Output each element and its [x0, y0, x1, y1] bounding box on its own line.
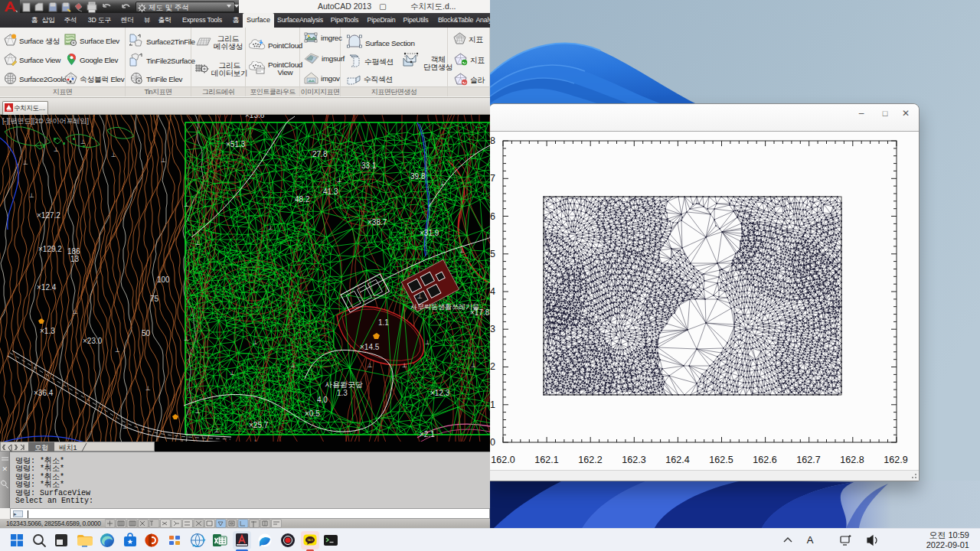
svg-text:162.6: 162.6: [753, 455, 776, 465]
svg-text:⊥: ⊥: [122, 423, 128, 430]
svg-text:41.3: 41.3: [323, 187, 338, 196]
svg-text:⊥: ⊥: [440, 180, 446, 187]
svg-text:⊥: ⊥: [417, 293, 423, 300]
svg-text:162.0: 162.0: [491, 455, 514, 465]
svg-text:×23.0: ×23.0: [83, 337, 103, 345]
svg-text:⊥: ⊥: [73, 308, 78, 315]
svg-text:33.1: 33.1: [361, 161, 377, 170]
svg-text:⊥: ⊥: [161, 157, 166, 164]
svg-text:×2.1: ×2.1: [420, 430, 435, 439]
svg-text:⊥: ⊥: [111, 152, 116, 158]
svg-text:×1.3: ×1.3: [40, 327, 55, 335]
svg-text:⊥: ⊥: [214, 427, 220, 434]
svg-text:⊥: ⊥: [459, 247, 465, 254]
svg-text:⊥: ⊥: [80, 139, 86, 145]
svg-text:100: 100: [157, 276, 170, 284]
svg-text:4: 4: [490, 286, 495, 297]
svg-text:×129.2: ×129.2: [38, 245, 62, 253]
svg-text:13: 13: [70, 255, 80, 263]
svg-text:162.2: 162.2: [578, 455, 602, 465]
svg-text:[-][평면도][2D 와이어프레임]: [-][평면도][2D 와이어프레임]: [2, 117, 89, 125]
svg-text:50: 50: [142, 329, 151, 337]
svg-text:×51.3: ×51.3: [226, 140, 246, 148]
svg-text:1: 1: [490, 399, 495, 410]
svg-text:A: A: [807, 534, 814, 546]
svg-text:사부락동생활쓰레기물: 사부락동생활쓰레기물: [410, 303, 479, 311]
svg-text:⊥: ⊥: [253, 339, 258, 346]
svg-text:⊥: ⊥: [115, 347, 120, 354]
svg-text:×38.7: ×38.7: [368, 218, 387, 227]
svg-text:×36.4: ×36.4: [34, 389, 54, 397]
svg-text:⊥: ⊥: [268, 224, 273, 231]
svg-text:27.8: 27.8: [312, 150, 328, 158]
svg-text:2: 2: [490, 361, 495, 372]
svg-text:162.5: 162.5: [709, 455, 733, 465]
svg-text:162.3: 162.3: [622, 455, 645, 465]
svg-text:⊥: ⊥: [54, 146, 59, 153]
svg-text:×25.7: ×25.7: [249, 421, 269, 429]
svg-text:⊥: ⊥: [23, 159, 28, 166]
svg-text:⊥: ⊥: [195, 240, 201, 246]
svg-text:⊥: ⊥: [29, 192, 34, 199]
svg-text:⊥: ⊥: [230, 370, 235, 377]
svg-text:×0.5: ×0.5: [305, 409, 320, 418]
svg-text:배치1: 배치1: [59, 444, 77, 452]
svg-text:×13.6: ×13.6: [245, 115, 265, 119]
svg-text:162.4: 162.4: [665, 455, 689, 465]
svg-text:7: 7: [490, 173, 495, 184]
svg-text:1.3: 1.3: [337, 389, 348, 397]
svg-text:✕: ✕: [2, 465, 8, 473]
svg-text:모형: 모형: [34, 444, 48, 452]
svg-text:39.8: 39.8: [410, 172, 426, 181]
svg-text:⊥: ⊥: [184, 201, 189, 208]
svg-text:⊥: ⊥: [195, 408, 201, 415]
svg-text:⊥: ⊥: [402, 362, 407, 369]
svg-text:⊥: ⊥: [425, 339, 430, 346]
svg-text:⊥: ⊥: [184, 335, 189, 342]
svg-text:×12.3: ×12.3: [430, 389, 450, 397]
svg-text:162.7: 162.7: [796, 455, 820, 465]
svg-text:162.8: 162.8: [840, 455, 864, 465]
svg-text:162.1: 162.1: [534, 455, 558, 465]
svg-text:6: 6: [490, 211, 495, 222]
svg-text:8: 8: [490, 135, 495, 146]
svg-text:×12.4: ×12.4: [37, 283, 57, 292]
svg-text:1.1: 1.1: [378, 318, 389, 327]
svg-text:×14.5: ×14.5: [360, 343, 380, 351]
svg-text:4.0: 4.0: [317, 396, 328, 404]
svg-text:⊥: ⊥: [337, 177, 342, 184]
svg-text:×127.2: ×127.2: [37, 211, 60, 220]
svg-text:⊥: ⊥: [291, 362, 296, 369]
svg-text:162.9: 162.9: [884, 455, 907, 465]
svg-text:5: 5: [490, 249, 495, 259]
svg-text:48.2: 48.2: [295, 195, 310, 204]
svg-text:×31.9: ×31.9: [420, 229, 439, 237]
svg-text:TALK: TALK: [307, 539, 314, 542]
svg-text:⊥: ⊥: [471, 362, 476, 369]
svg-text:75: 75: [150, 295, 159, 303]
svg-text:3: 3: [490, 324, 495, 334]
svg-text:⊥: ⊥: [145, 385, 151, 392]
svg-text:사용왕굿당: 사용왕굿당: [325, 380, 363, 389]
svg-text:0: 0: [490, 437, 495, 448]
svg-text:⊥: ⊥: [368, 362, 373, 369]
